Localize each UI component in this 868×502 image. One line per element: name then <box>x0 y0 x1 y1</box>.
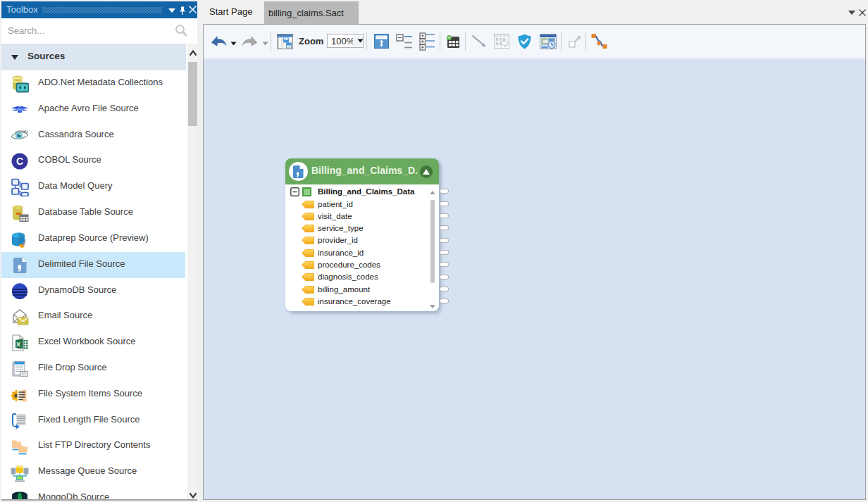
svg-text:C: C <box>16 156 23 167</box>
svg-text:X: X <box>16 341 20 348</box>
